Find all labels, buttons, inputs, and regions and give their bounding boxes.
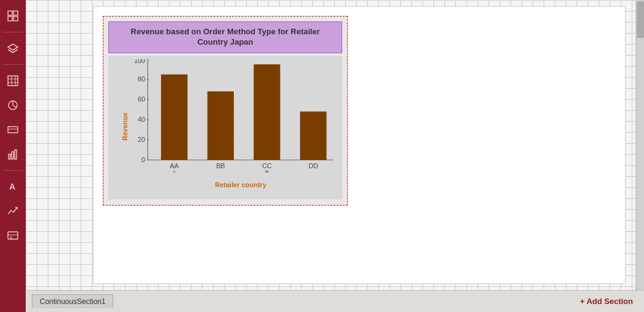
svg-rect-46	[253, 64, 280, 160]
svg-text:A: A	[172, 169, 176, 173]
svg-text:100: 100	[134, 59, 145, 64]
svg-text:A: A	[9, 182, 15, 191]
svg-rect-5	[8, 76, 18, 86]
svg-rect-41	[161, 74, 187, 160]
export-icon[interactable]: A	[2, 225, 24, 247]
sidebar-divider-1	[2, 32, 23, 32]
svg-rect-15	[9, 154, 10, 159]
sidebar-divider-2	[2, 64, 23, 65]
bar-chart-icon[interactable]	[2, 143, 24, 165]
svg-rect-13	[8, 127, 18, 133]
chart-title: Revenue based on Order Method Type for R…	[108, 21, 342, 53]
svg-text:B: B	[265, 169, 269, 173]
svg-text:DD: DD	[309, 162, 318, 169]
vertical-scrollbar[interactable]	[635, 0, 644, 290]
card-icon[interactable]	[2, 119, 24, 141]
svg-text:CC: CC	[262, 162, 272, 169]
scroll-thumb[interactable]	[637, 1, 644, 38]
svg-text:BB: BB	[216, 162, 225, 169]
bottom-bar: ContinuousSection1 + Add Section	[26, 290, 644, 312]
svg-rect-17	[15, 150, 17, 159]
layers-icon[interactable]	[2, 37, 24, 59]
svg-marker-4	[8, 44, 18, 50]
chart-area: Revenue Retailer country 0 20	[108, 56, 342, 199]
svg-text:AA: AA	[170, 162, 178, 169]
svg-text:40: 40	[138, 116, 145, 123]
sidebar: A A	[0, 0, 26, 312]
x-axis-label: Retailer country	[215, 181, 266, 188]
grid-icon[interactable]	[2, 5, 24, 27]
section-container: Revenue based on Order Method Type for R…	[103, 16, 348, 206]
sidebar-divider-3	[2, 170, 23, 171]
trend-icon[interactable]	[2, 200, 24, 222]
svg-rect-2	[8, 17, 12, 21]
svg-text:20: 20	[138, 136, 145, 143]
svg-text:60: 60	[138, 95, 145, 103]
svg-rect-44	[208, 91, 234, 160]
svg-rect-3	[13, 17, 18, 21]
svg-text:0: 0	[141, 156, 145, 163]
text-icon[interactable]: A	[2, 176, 24, 198]
svg-text:A: A	[10, 236, 13, 240]
svg-text:80: 80	[138, 75, 145, 83]
report-canvas: Revenue based on Order Method Type for R…	[93, 6, 626, 284]
svg-rect-0	[8, 11, 12, 15]
section-tab[interactable]: ContinuousSection1	[32, 294, 113, 308]
table-icon[interactable]	[2, 70, 24, 92]
canvas-area: Revenue based on Order Method Type for R…	[26, 0, 644, 290]
svg-rect-1	[13, 11, 18, 15]
add-section-button[interactable]: + Add Section	[575, 294, 638, 308]
bar-chart-svg: 0 20 40 60 80 100	[128, 59, 340, 173]
svg-rect-16	[12, 152, 13, 159]
main-area: Revenue based on Order Method Type for R…	[26, 0, 644, 312]
pie-chart-icon[interactable]	[2, 94, 24, 116]
svg-line-12	[13, 105, 17, 108]
svg-rect-49	[300, 111, 326, 160]
